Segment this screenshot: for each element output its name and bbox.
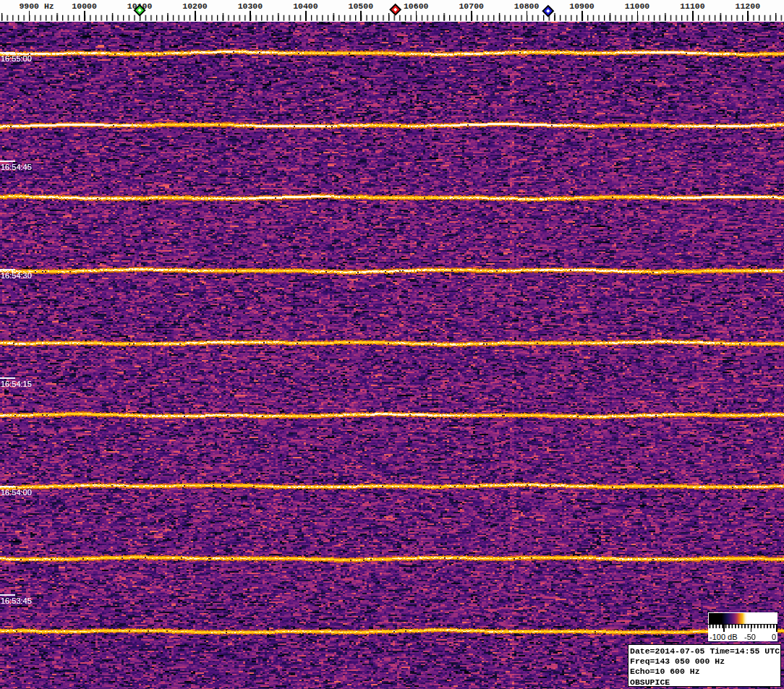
svg-text:11200: 11200 bbox=[736, 1, 761, 11]
svg-text:10400: 10400 bbox=[293, 1, 318, 11]
svg-text:10300: 10300 bbox=[238, 1, 263, 11]
svg-text:10000: 10000 bbox=[72, 1, 97, 11]
svg-text:9900 Hz: 9900 Hz bbox=[19, 1, 54, 11]
svg-text:10900: 10900 bbox=[569, 1, 595, 11]
svg-text:10600: 10600 bbox=[404, 1, 429, 11]
svg-text:11100: 11100 bbox=[680, 1, 705, 11]
svg-text:10800: 10800 bbox=[514, 1, 540, 11]
svg-text:10500: 10500 bbox=[349, 1, 374, 11]
svg-text:10200: 10200 bbox=[182, 1, 208, 11]
svg-text:11000: 11000 bbox=[625, 1, 650, 11]
svg-text:10700: 10700 bbox=[459, 1, 484, 11]
